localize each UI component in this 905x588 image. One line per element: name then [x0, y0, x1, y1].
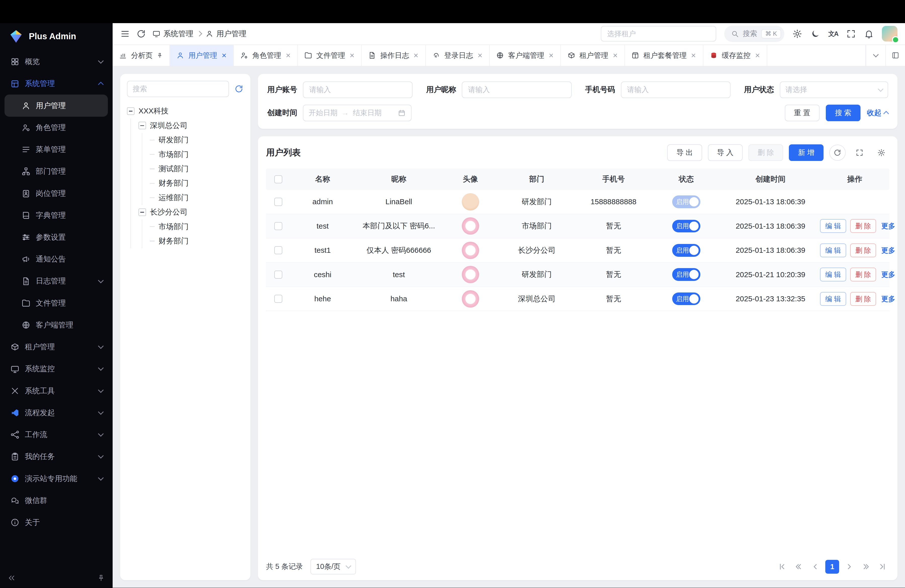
close-icon[interactable]: [349, 52, 355, 58]
tab-analysis[interactable]: 分析页: [113, 45, 170, 66]
delete-button[interactable]: 删 除: [748, 145, 783, 161]
tree-node-leaf[interactable]: 运维部门: [150, 191, 244, 205]
fullscreen-icon[interactable]: [846, 29, 856, 39]
sidebar-item-menus[interactable]: 菜单管理: [5, 138, 108, 161]
row-checkbox[interactable]: [274, 222, 282, 230]
tree-collapse-icon[interactable]: [138, 208, 146, 216]
first-page-icon[interactable]: [775, 560, 789, 574]
tree-node-leaf[interactable]: 财务部门: [150, 234, 244, 248]
sidebar-item-about[interactable]: 关于: [5, 512, 108, 534]
tree-node-branch[interactable]: 长沙分公司: [138, 205, 244, 219]
sidebar-item-users[interactable]: 用户管理: [5, 95, 108, 116]
tab-tenants[interactable]: 租户管理: [561, 45, 625, 66]
sidebar-item-roles[interactable]: 角色管理: [5, 117, 108, 138]
close-icon[interactable]: [612, 52, 618, 58]
search-button[interactable]: 搜 索: [826, 105, 861, 121]
add-button[interactable]: 新 增: [789, 145, 824, 161]
close-icon[interactable]: [691, 52, 696, 58]
sidebar-item-files[interactable]: 文件管理: [5, 292, 108, 314]
content-fullscreen-icon[interactable]: [885, 45, 905, 66]
next-5-pages-icon[interactable]: [859, 560, 873, 574]
tab-tenant-packages[interactable]: 租户套餐管理: [625, 45, 703, 66]
date-range-picker[interactable]: 开始日期 → 结束日期: [303, 105, 411, 121]
prev-5-pages-icon[interactable]: [792, 560, 806, 574]
status-select[interactable]: 请选择: [780, 81, 888, 99]
edit-button[interactable]: 编 辑: [820, 219, 846, 233]
sidebar-item-tenants[interactable]: 租户管理: [5, 336, 108, 358]
tab-cache-monitor[interactable]: 缓存监控: [703, 45, 767, 66]
tab-clients[interactable]: 客户端管理: [490, 45, 561, 66]
tab-operation-log[interactable]: 操作日志: [362, 45, 426, 66]
page-size-select[interactable]: 10条/页: [310, 559, 356, 574]
table-settings-icon[interactable]: [873, 145, 889, 161]
edit-button[interactable]: 编 辑: [820, 268, 846, 281]
status-toggle[interactable]: 启用: [672, 292, 700, 305]
hamburger-icon[interactable]: [120, 29, 130, 39]
tree-node-leaf[interactable]: 市场部门: [150, 219, 244, 234]
pin-sidebar-icon[interactable]: [97, 574, 105, 582]
sidebar-item-dictionary[interactable]: 字典管理: [5, 205, 108, 226]
tab-roles[interactable]: 角色管理: [234, 45, 298, 66]
row-checkbox[interactable]: [274, 295, 282, 303]
more-button[interactable]: 更多: [880, 219, 896, 233]
global-search[interactable]: 搜索 ⌘ K: [724, 25, 784, 42]
row-delete-button[interactable]: 删 除: [850, 243, 876, 257]
sidebar-item-notices[interactable]: 通知公告: [5, 248, 108, 270]
export-button[interactable]: 导 出: [667, 145, 702, 161]
table-refresh-icon[interactable]: [829, 145, 845, 161]
sidebar-item-monitoring[interactable]: 系统监控: [5, 358, 108, 380]
tree-collapse-icon[interactable]: [138, 122, 146, 129]
sidebar-item-my-tasks[interactable]: 我的任务: [5, 446, 108, 467]
status-toggle[interactable]: 启用: [672, 195, 700, 208]
breadcrumb-system[interactable]: 系统管理: [152, 29, 193, 39]
more-button[interactable]: 更多: [880, 268, 896, 281]
status-toggle[interactable]: 启用: [672, 268, 700, 281]
tree-node-leaf[interactable]: 研发部门: [150, 133, 244, 147]
import-button[interactable]: 导 入: [708, 145, 743, 161]
sidebar-item-departments[interactable]: 部门管理: [5, 161, 108, 182]
page-number[interactable]: 1: [825, 560, 839, 574]
sidebar-item-tools[interactable]: 系统工具: [5, 380, 108, 402]
status-toggle[interactable]: 启用: [672, 220, 700, 233]
status-toggle[interactable]: 启用: [672, 244, 700, 257]
sidebar-item-system[interactable]: 系统管理: [5, 73, 108, 95]
close-icon[interactable]: [755, 52, 761, 58]
sidebar-item-overview[interactable]: 概览: [5, 51, 108, 73]
row-checkbox[interactable]: [274, 271, 282, 279]
bell-icon[interactable]: [864, 29, 874, 39]
collapse-sidebar-icon[interactable]: [8, 574, 16, 582]
edit-button[interactable]: 编 辑: [820, 292, 846, 306]
sidebar-item-demo-features[interactable]: 演示站专用功能: [5, 467, 108, 489]
phone-input[interactable]: [621, 81, 730, 99]
tree-collapse-icon[interactable]: [127, 107, 135, 115]
close-icon[interactable]: [285, 52, 291, 58]
sidebar-item-workflow[interactable]: 工作流: [5, 424, 108, 446]
row-checkbox[interactable]: [274, 246, 282, 254]
dark-mode-icon[interactable]: [810, 29, 820, 39]
close-icon[interactable]: [477, 52, 483, 58]
tree-search-input[interactable]: [127, 81, 229, 97]
sidebar-item-flow[interactable]: 流程发起: [5, 402, 108, 424]
select-all-checkbox[interactable]: [274, 175, 282, 183]
account-input[interactable]: [303, 81, 413, 99]
row-delete-button[interactable]: 删 除: [850, 219, 876, 233]
row-delete-button[interactable]: 删 除: [850, 268, 876, 281]
tree-refresh-icon[interactable]: [234, 84, 244, 94]
tree-node-leaf[interactable]: 市场部门: [150, 147, 244, 162]
breadcrumb-users[interactable]: 用户管理: [205, 29, 246, 39]
sidebar-item-clients[interactable]: 客户端管理: [5, 314, 108, 336]
close-icon[interactable]: [221, 52, 227, 58]
tree-node-root[interactable]: XXX科技: [127, 104, 244, 118]
tab-users[interactable]: 用户管理: [170, 45, 234, 66]
tree-node-branch[interactable]: 深圳总公司: [138, 118, 244, 133]
sidebar-item-posts[interactable]: 岗位管理: [5, 182, 108, 204]
row-delete-button[interactable]: 删 除: [850, 292, 876, 306]
refresh-icon[interactable]: [136, 29, 146, 39]
nickname-input[interactable]: [462, 81, 572, 99]
tab-files[interactable]: 文件管理: [298, 45, 362, 66]
close-icon[interactable]: [548, 52, 554, 58]
translate-icon[interactable]: 文A: [828, 30, 838, 38]
table-fullscreen-icon[interactable]: [851, 145, 867, 161]
close-icon[interactable]: [413, 52, 419, 58]
last-page-icon[interactable]: [876, 560, 889, 574]
